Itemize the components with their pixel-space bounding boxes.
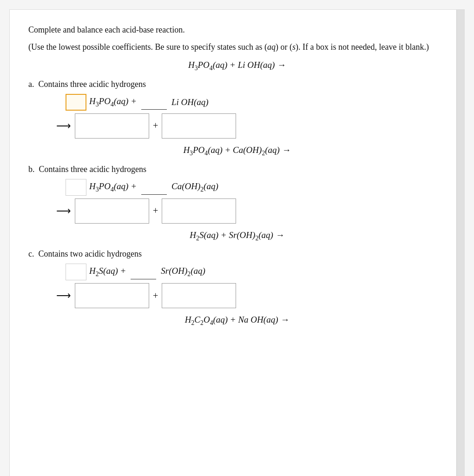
page-container: Complete and balance each acid-base reac… xyxy=(9,9,465,476)
section-b-label: b. Contains three acidic hydrogens xyxy=(28,165,446,174)
reactant-row-b: H3PO4(aq) + Ca(OH)2(aq) xyxy=(66,179,446,196)
reactant-c2-formula: Sr(OH)2(aq) xyxy=(161,266,205,278)
product-box-a1[interactable] xyxy=(75,113,149,139)
reactant-row-c: H2S(aq) + Sr(OH)2(aq) xyxy=(66,264,446,280)
reactant-b1-formula: H3PO4(aq) + xyxy=(89,181,137,193)
coeff-box-a1[interactable] xyxy=(66,94,86,111)
product-row-b: ⟶ + xyxy=(56,198,446,224)
coeff-box-c1[interactable] xyxy=(66,264,86,280)
reactant-a1-formula: H3PO4(aq) + xyxy=(89,96,137,108)
plus-a: + xyxy=(153,120,158,131)
product-box-c2[interactable] xyxy=(162,283,236,308)
reactant-c1-formula: H2S(aq) + xyxy=(89,266,126,278)
reactant-row-a: H3PO4(aq) + Li OH(aq) xyxy=(66,94,446,111)
coeff-line-c2[interactable] xyxy=(131,264,156,279)
equation-c-display: H2S(aq) + Sr(OH)2(aq) → xyxy=(28,230,446,242)
equation-b-display: H3PO4(aq) + Ca(OH)2(aq) → xyxy=(28,145,446,157)
coeff-line-a2[interactable] xyxy=(141,95,167,110)
arrow-b: ⟶ xyxy=(56,205,71,217)
equation-a-display: H3PO4(aq) + Li OH(aq) → xyxy=(28,60,446,72)
plus-b: + xyxy=(153,205,158,216)
product-box-c1[interactable] xyxy=(75,283,149,308)
product-row-a: ⟶ + xyxy=(56,113,446,139)
product-box-b2[interactable] xyxy=(162,198,236,224)
coeff-line-b2[interactable] xyxy=(141,180,167,195)
reactant-b2-formula: Ca(OH)2(aq) xyxy=(171,181,218,193)
coeff-box-b1[interactable] xyxy=(66,179,86,196)
arrow-c: ⟶ xyxy=(56,290,71,302)
section-a-label: a. Contains three acidic hydrogens xyxy=(28,79,446,89)
instruction-line2: (Use the lowest possible coefficients. B… xyxy=(28,41,446,53)
product-box-a2[interactable] xyxy=(162,113,236,139)
equation-d-display: H2C2O4(aq) + Na OH(aq) → xyxy=(28,315,446,327)
product-row-c: ⟶ + xyxy=(56,283,446,308)
product-box-b1[interactable] xyxy=(75,198,149,224)
section-c-label: c. Contains two acidic hydrogens xyxy=(28,249,446,259)
arrow-a: ⟶ xyxy=(56,120,71,132)
plus-c: + xyxy=(153,291,158,301)
instruction-line1: Complete and balance each acid-base reac… xyxy=(28,24,446,36)
reactant-a2-formula: Li OH(aq) xyxy=(171,97,209,107)
